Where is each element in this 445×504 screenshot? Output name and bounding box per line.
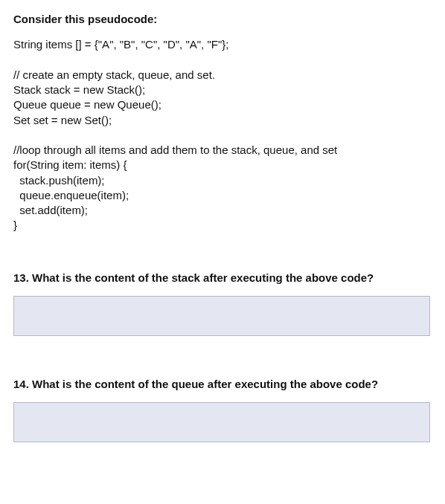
code-line: } [13,219,17,231]
q14-suffix: after executing the above code? [205,378,378,390]
question-14-block: 14. What is the content of the queue aft… [13,377,432,469]
code-line: // create an empty stack, queue, and set… [13,68,215,81]
q14-prefix: 14. What is the content of the [13,378,172,390]
code-line: set.add(item); [13,204,88,216]
code-line: Set set = new Set(); [13,114,112,126]
code-line: Stack stack = new Stack(); [13,83,145,96]
code-line: for(String item: items) { [13,158,127,171]
question-13-text: 13. What is the content of the stack aft… [13,271,432,285]
q13-prefix: 13. What is the content of the [13,271,172,284]
question-14-text: 14. What is the content of the queue aft… [13,377,432,392]
q13-suffix: after executing the above code? [200,271,374,284]
q13-bold: stack [172,271,200,284]
code-line: String items [] = {"A", "B", "C", "D", "… [13,38,228,51]
q14-bold: queue [172,378,205,390]
code-line: //loop through all items and add them to… [13,143,337,156]
question-13-block: 13. What is the content of the stack aft… [13,271,432,363]
code-line: stack.push(item); [13,174,105,187]
code-line: Queue queue = new Queue(); [13,98,161,111]
answer-input-13[interactable] [13,296,430,336]
code-line: queue.enqueue(item); [13,189,129,201]
pseudocode-block: String items [] = {"A", "B", "C", "D", "… [13,37,432,233]
intro-text: Consider this pseudocode: [13,12,432,27]
answer-input-14[interactable] [13,402,430,442]
worksheet-page: Consider this pseudocode: String items [… [0,0,445,504]
